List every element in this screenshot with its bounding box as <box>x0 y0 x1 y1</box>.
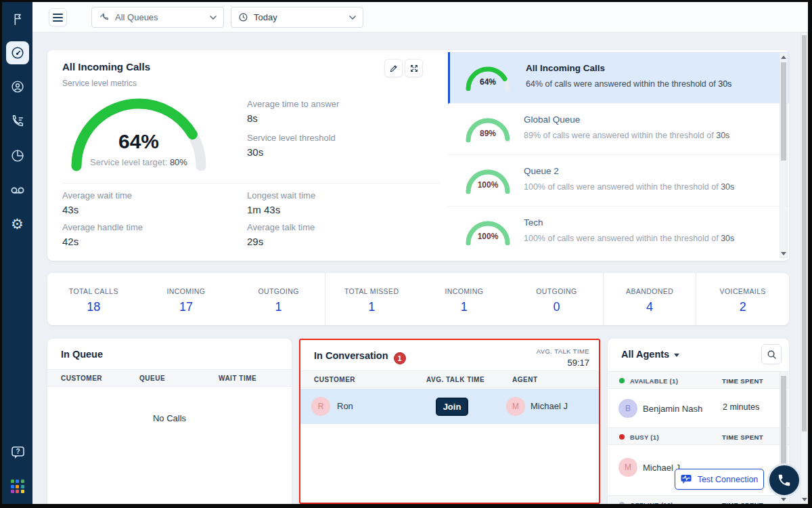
menu-toggle-button[interactable] <box>49 8 67 26</box>
sidebar-item-voicemail[interactable] <box>7 180 28 200</box>
card-subtitle: Service level metrics <box>62 79 137 88</box>
stat-voicemails: VOICEMAILS2 <box>696 273 789 325</box>
stat-incoming: INCOMING17 <box>140 273 233 325</box>
app-window: ⚙ ? All Queues Today All Incoming Calls <box>0 0 812 508</box>
metric-average-wait-time: Average wait time 43s <box>62 190 231 215</box>
chevron-down-icon <box>349 16 356 20</box>
sidebar: ⚙ ? <box>2 2 32 504</box>
caret-down-icon <box>674 354 679 357</box>
col-customer: CUSTOMER <box>314 376 355 383</box>
in-conversation-table-header: CUSTOMER AVG. TALK TIME AGENT <box>300 371 599 388</box>
join-button[interactable]: Join <box>436 398 468 416</box>
sidebar-item-dashboard[interactable] <box>6 41 29 64</box>
voicemail-icon <box>9 182 26 198</box>
stat-total-calls: TOTAL CALLS18 <box>47 273 140 325</box>
card-title: All Incoming Calls <box>62 61 150 72</box>
test-connection-button[interactable]: Test Connection <box>675 469 764 490</box>
help-bubble-icon: ? <box>9 444 26 461</box>
help-button[interactable]: ? <box>7 442 28 463</box>
col-customer: CUSTOMER <box>61 375 102 382</box>
stat-missed-incoming: INCOMING1 <box>418 273 511 325</box>
in-conversation-title: In Conversation1 <box>314 350 406 364</box>
edit-button[interactable] <box>384 59 403 77</box>
app-frame: ⚙ ? All Queues Today All Incoming Calls <box>2 2 808 504</box>
stat-total-missed: TOTAL MISSED1 <box>325 273 418 325</box>
agent-time-spent: 2 minutes <box>723 402 759 412</box>
agents-filter-dropdown[interactable]: All Agents <box>621 349 679 360</box>
apps-grid-icon <box>11 480 24 493</box>
col-queue: QUEUE <box>139 375 165 382</box>
expand-button[interactable] <box>405 59 423 77</box>
gear-icon: ⚙ <box>11 217 24 232</box>
conversation-count-badge: 1 <box>394 352 406 364</box>
sidebar-item-settings[interactable]: ⚙ <box>7 214 28 234</box>
mini-gauge: 89% <box>464 115 512 142</box>
clock-icon <box>238 12 248 22</box>
empty-state: No Calls <box>47 413 292 423</box>
svg-text:?: ? <box>16 448 20 455</box>
sidebar-item-call-history[interactable] <box>7 111 28 131</box>
col-avg-talk-time: AVG. TALK TIME <box>426 376 484 383</box>
in-queue-table-header: CUSTOMER QUEUE WAIT TIME <box>47 369 292 387</box>
status-dot-offline <box>619 502 625 504</box>
mini-gauge: 100% <box>464 218 512 245</box>
customer-name: Ron <box>337 401 353 411</box>
in-queue-panel: In Queue CUSTOMER QUEUE WAIT TIME No Cal… <box>47 339 292 504</box>
agent-avatar: M <box>618 458 637 477</box>
pie-chart-icon <box>10 148 25 163</box>
connection-test-icon <box>681 474 692 484</box>
chevron-down-icon <box>210 16 217 20</box>
mini-gauge: 100% <box>464 167 512 194</box>
queue-item-global-queue[interactable]: 89% Global Queue 89% of calls were answe… <box>448 104 789 155</box>
metric-longest-wait-time: Longest wait time 1m 43s <box>247 190 416 215</box>
phone-icon <box>777 473 792 488</box>
customer-avatar: R <box>311 397 330 416</box>
mini-gauge: 64% <box>464 64 512 91</box>
call-button[interactable] <box>767 463 801 497</box>
phone-list-icon <box>10 114 25 129</box>
agent-name: Benjamin Nash <box>643 404 702 414</box>
date-filter-select[interactable]: Today <box>231 7 363 28</box>
agents-section-offline: OFFLINE (16) TIME SPENT <box>608 495 789 504</box>
service-level-card: All Incoming Calls Service level metrics… <box>47 50 789 261</box>
service-level-gauge: 64% Service level target: 80% <box>68 96 210 172</box>
queue-item-queue-2[interactable]: 100% Queue 2 100% of calls were answered… <box>448 155 789 207</box>
date-filter-value: Today <box>254 12 344 22</box>
flag-icon[interactable] <box>7 9 28 29</box>
metric-average-handle-time: Average handle time 42s <box>62 222 231 247</box>
person-circle-icon <box>10 79 25 94</box>
apps-launcher-button[interactable] <box>7 476 28 496</box>
conversation-row: R Ron Join M Michael J <box>300 389 599 424</box>
sidebar-item-reports[interactable] <box>7 146 28 166</box>
in-conversation-panel: In Conversation1 AVG. TALK TIME 59:17 CU… <box>299 339 600 504</box>
search-icon <box>767 350 777 360</box>
queue-phone-icon <box>99 12 110 23</box>
stat-outgoing: OUTGOING1 <box>232 273 325 325</box>
queue-list: 64% All Incoming Calls 64% of calls were… <box>448 52 789 259</box>
agents-section-busy: BUSY (1) TIME SPENT <box>608 427 789 445</box>
page-scrollbar[interactable] <box>800 33 808 504</box>
sidebar-item-contacts[interactable] <box>7 77 28 97</box>
status-dot-available <box>619 378 625 383</box>
stat-abandoned: ABANDONED4 <box>603 273 696 325</box>
gauge-target-label: Service level target: 80% <box>54 157 223 167</box>
metric-avg-time-to-answer: Average time to answer 8s <box>247 99 416 124</box>
metric-service-level-threshold: Service level threshold 30s <box>247 133 416 158</box>
fullscreen-icon <box>409 64 419 73</box>
queue-filter-value: All Queues <box>115 12 204 22</box>
agents-section-available: AVAILABLE (1) TIME SPENT <box>608 371 789 389</box>
queue-filter-select[interactable]: All Queues <box>91 7 224 28</box>
agent-search-button[interactable] <box>761 344 782 364</box>
queue-item-all-incoming-calls[interactable]: 64% All Incoming Calls 64% of calls were… <box>448 52 789 104</box>
agent-name: Michael J <box>531 401 568 411</box>
call-stats-bar: TOTAL CALLS18 INCOMING17 OUTGOING1 TOTAL… <box>47 273 789 325</box>
divider <box>62 183 440 184</box>
dashboard-gauge-icon <box>10 45 25 60</box>
queue-item-tech[interactable]: 100% Tech 100% of calls were answered wi… <box>448 207 789 259</box>
queue-list-scrollbar[interactable] <box>780 53 788 258</box>
in-queue-title: In Queue <box>61 349 103 360</box>
avg-talk-time: AVG. TALK TIME 59:17 <box>537 347 589 368</box>
agent-row[interactable]: B Benjamin Nash 2 minutes <box>608 389 789 427</box>
col-agent: AGENT <box>512 376 538 383</box>
pencil-icon <box>389 64 399 73</box>
